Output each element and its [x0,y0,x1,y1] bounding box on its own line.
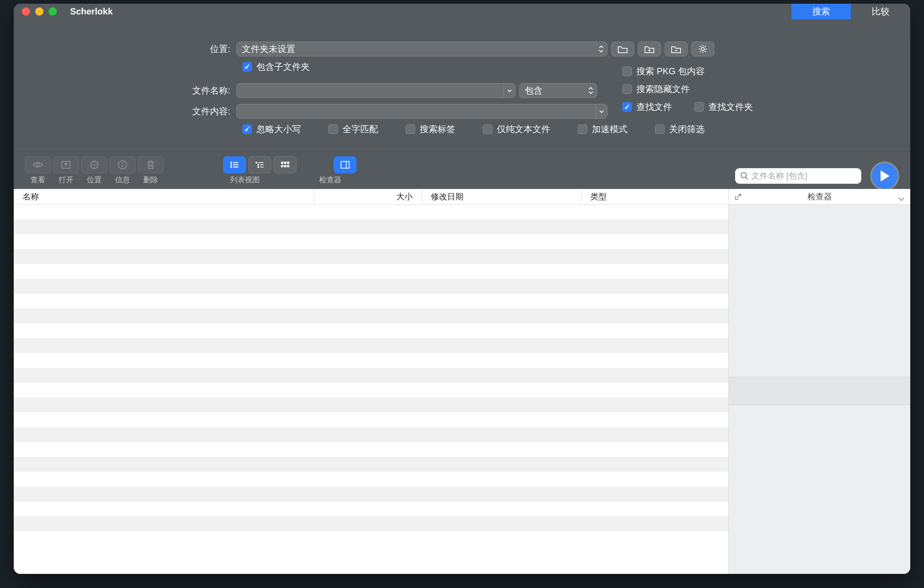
ignore-case-checkbox[interactable] [242,124,252,134]
tree-view-button[interactable] [248,156,271,173]
grid-view-button[interactable] [274,156,297,173]
titlebar: Scherlokk 搜索 比较 [14,4,910,19]
location-dropdown[interactable]: 文件夹未设置 [236,41,607,56]
table-row [14,234,728,249]
ignore-case-label: 忽略大小写 [256,123,301,135]
updown-icon [598,45,604,53]
remove-folder-button[interactable] [665,41,688,56]
tab-compare[interactable]: 比较 [851,4,910,19]
filename-label: 文件名称: [28,85,236,96]
toolbar: 查看 打开 位置 信息 [14,152,910,189]
traffic-lights [14,7,57,16]
find-folders-checkbox[interactable] [694,102,704,112]
svg-rect-15 [287,162,289,164]
view-mode-group [223,156,297,173]
svg-point-0 [701,48,704,51]
svg-point-11 [257,164,259,165]
chevron-down-icon[interactable] [898,194,905,204]
table-row [14,516,728,531]
filename-history-dropdown[interactable] [503,83,515,98]
content-history-dropdown[interactable] [596,104,607,119]
search-tags-checkbox[interactable] [406,124,415,134]
reveal-button[interactable] [81,156,107,173]
open-button[interactable] [53,156,79,173]
whole-word-label: 全字匹配 [343,123,378,135]
inspector-title: 检查器 [807,191,832,202]
table-row [14,368,728,383]
table-header: 名称 大小 修改日期 类型 [14,189,728,205]
inspector-preview-area [729,205,910,377]
inspector-mid-area [729,377,910,405]
column-size[interactable]: 大小 [314,189,422,204]
delete-button[interactable] [138,156,163,173]
table-row [14,427,728,442]
table-row [14,264,728,279]
info-label: 信息 [115,175,130,185]
table-row [14,531,728,546]
match-mode-dropdown[interactable]: 包含 [519,83,597,98]
accel-mode-checkbox[interactable] [578,124,587,134]
search-field[interactable] [735,168,861,184]
filename-input[interactable] [236,83,503,98]
quicklook-button[interactable] [25,156,51,173]
list-view-group-label: 列表视图 [230,175,260,185]
svg-point-12 [257,166,259,168]
svg-point-4 [94,164,95,165]
search-hidden-checkbox[interactable] [622,84,632,94]
table-row [14,249,728,264]
delete-label: 删除 [143,175,158,185]
results-table: 名称 大小 修改日期 类型 [14,189,728,574]
inspector-panel: 检查器 [728,189,910,574]
content-input[interactable] [236,104,596,119]
search-pkg-checkbox[interactable] [622,66,632,76]
table-row [14,220,728,234]
close-window-button[interactable] [22,7,30,16]
whole-word-checkbox[interactable] [328,124,338,134]
table-row [14,309,728,323]
column-name[interactable]: 名称 [14,189,314,204]
inspector-body [729,205,910,574]
inspector-details-area [729,405,910,574]
plain-text-only-checkbox[interactable] [483,124,492,134]
choose-folder-button[interactable] [611,41,634,56]
inspector-toggle-button[interactable] [333,156,356,173]
include-subfolders-checkbox[interactable] [242,62,252,72]
search-form: 位置: 文件夹未设置 [14,19,910,152]
right-options: 搜索 PKG 包内容 搜索隐藏文件 查找文件 查找文件夹 [622,65,753,113]
close-filter-checkbox[interactable] [655,124,665,134]
list-view-button[interactable] [223,156,246,173]
location-label: 位置: [28,43,236,55]
search-icon [740,172,749,180]
table-row [14,457,728,472]
find-files-checkbox[interactable] [622,102,632,112]
content-options-row: 忽略大小写 全字匹配 搜索标签 仅纯文本文件 加速模式 关闭筛选 [242,123,896,135]
plain-text-only-label: 仅纯文本文件 [497,123,550,135]
column-type[interactable]: 类型 [581,189,728,204]
table-row [14,487,728,502]
filter-input[interactable] [751,171,856,181]
include-subfolders-row: 包含子文件夹 [242,61,896,73]
table-row [14,472,728,487]
updown-icon [588,87,594,94]
search-tags-label: 搜索标签 [420,123,455,135]
add-folder-button[interactable] [638,41,661,56]
column-date[interactable]: 修改日期 [422,189,581,204]
table-row [14,398,728,413]
settings-button[interactable] [691,41,714,56]
table-body[interactable] [14,205,728,574]
external-link-icon[interactable] [734,193,742,203]
minimize-window-button[interactable] [35,7,43,16]
info-button[interactable] [109,156,135,173]
table-row [14,294,728,309]
content-input-combo [236,104,607,119]
svg-rect-14 [284,162,286,164]
maximize-window-button[interactable] [49,7,57,16]
svg-point-1 [36,164,40,166]
svg-rect-13 [281,162,283,164]
table-row [14,338,728,353]
svg-point-6 [122,162,123,164]
start-search-button[interactable] [870,162,899,190]
tab-search[interactable]: 搜索 [792,4,851,19]
find-folders-label: 查找文件夹 [708,101,753,113]
table-row [14,413,728,427]
